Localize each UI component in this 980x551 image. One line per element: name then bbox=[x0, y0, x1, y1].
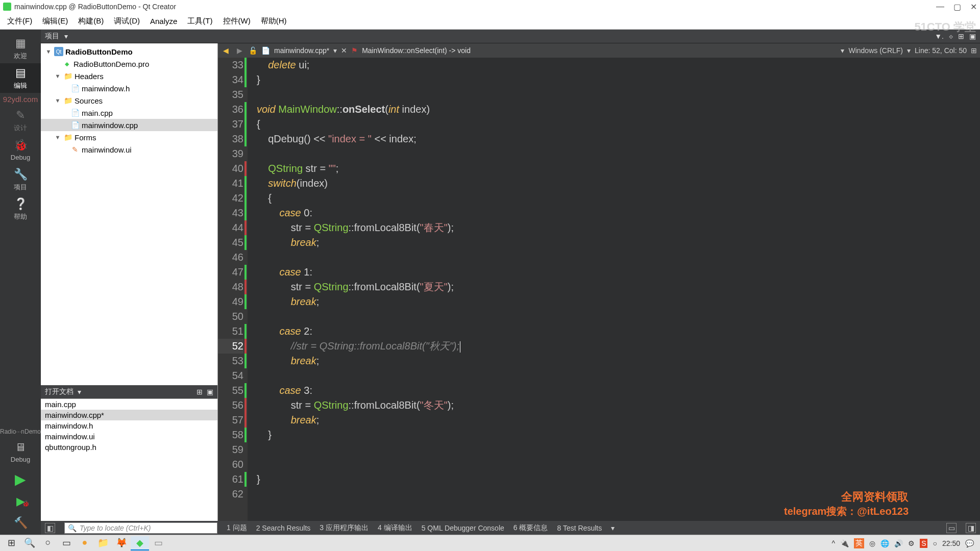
line-gutter[interactable]: 3334353637383940414243444546474849505152… bbox=[218, 58, 248, 521]
mode-help[interactable]: ❔帮助 bbox=[0, 194, 41, 224]
tab-app-output[interactable]: 3 应用程序输出 bbox=[320, 523, 369, 533]
tab-compile-output[interactable]: 4 编译输出 bbox=[378, 523, 412, 533]
tab-test-results[interactable]: 8 Test Results bbox=[557, 524, 602, 532]
tray-expand-icon[interactable]: ^ bbox=[832, 539, 836, 547]
dropdown-icon[interactable]: ▾ bbox=[78, 388, 81, 396]
tray-app-icon[interactable]: ⚙ bbox=[908, 539, 915, 547]
clock[interactable]: 22:50 bbox=[942, 539, 960, 547]
file-dropdown-icon[interactable]: ▾ bbox=[333, 46, 337, 55]
symbol-selector[interactable]: MainWindow::onSelect(int) -> void bbox=[362, 46, 471, 55]
search-icon: 🔍 bbox=[68, 524, 77, 532]
open-docs-title: 打开文档 bbox=[45, 387, 74, 396]
monitor-icon: 🖥 bbox=[15, 441, 26, 454]
menu-file[interactable]: 文件(F) bbox=[4, 15, 35, 28]
mode-edit[interactable]: ▤编辑 bbox=[0, 63, 41, 93]
app-icon[interactable]: ▭ bbox=[149, 536, 167, 550]
minimize-button[interactable]: — bbox=[936, 2, 944, 12]
menu-debug[interactable]: 调试(D) bbox=[111, 15, 143, 28]
split-editor-icon[interactable]: ⊞ bbox=[971, 46, 977, 55]
symbol-dropdown-icon[interactable]: ▾ bbox=[841, 46, 844, 55]
close-pane-icon[interactable]: ▣ bbox=[207, 388, 213, 396]
code-area[interactable]: delete ui;}void MainWindow::onSelect(int… bbox=[248, 58, 980, 521]
open-docs-list[interactable]: main.cpp mainwindow.cpp* mainwindow.h ma… bbox=[41, 398, 217, 521]
progress-icon[interactable]: ▭ bbox=[946, 523, 957, 533]
tab-qml-console[interactable]: 5 QML Debugger Console bbox=[422, 524, 504, 532]
menu-help[interactable]: 帮助(H) bbox=[258, 15, 290, 28]
mode-projects[interactable]: 🔧项目 bbox=[0, 165, 41, 194]
explorer-icon[interactable]: 📁 bbox=[94, 536, 112, 550]
toggle-sidebar-icon[interactable]: ◧ bbox=[45, 523, 55, 533]
qtcreator-taskbar-icon[interactable]: ◆ bbox=[131, 536, 149, 550]
open-doc-item[interactable]: qbuttongroup.h bbox=[41, 442, 217, 453]
tree-sources-folder[interactable]: ▼📁Sources bbox=[41, 94, 217, 107]
watermark-brand: 51CTO 学堂 bbox=[914, 19, 976, 35]
project-pane: ▼QtRadioButtonDemo ◆RadioButtonDemo.pro … bbox=[41, 43, 218, 521]
cortana-icon[interactable]: ○ bbox=[39, 536, 57, 550]
open-doc-item[interactable]: mainwindow.ui bbox=[41, 431, 217, 442]
tree-project-root[interactable]: ▼QtRadioButtonDemo bbox=[41, 45, 217, 58]
menu-analyze[interactable]: Analyze bbox=[147, 15, 180, 27]
menu-tools[interactable]: 工具(T) bbox=[184, 15, 215, 28]
tree-mainwindow-h[interactable]: 📄mainwindow.h bbox=[41, 82, 217, 94]
usb-icon[interactable]: 🔌 bbox=[840, 539, 849, 547]
file-icon: 📄 bbox=[261, 46, 270, 55]
dropdown-icon[interactable]: ▾ bbox=[64, 32, 68, 40]
sogou-icon[interactable]: S bbox=[920, 539, 927, 548]
tree-mainwindow-ui[interactable]: ✎mainwindow.ui bbox=[41, 143, 217, 156]
close-tab-icon[interactable]: ✕ bbox=[341, 46, 347, 55]
locator-input[interactable]: 🔍 Type to locate (Ctrl+K) bbox=[64, 522, 217, 534]
maximize-button[interactable]: ▢ bbox=[953, 2, 961, 12]
search-button[interactable]: 🔍 bbox=[20, 536, 39, 550]
run-debug-button[interactable]: ▶🐞 bbox=[16, 492, 25, 511]
mode-design[interactable]: ✎设计 bbox=[0, 106, 41, 135]
code-editor[interactable]: 3334353637383940414243444546474849505152… bbox=[218, 58, 980, 521]
menu-edit[interactable]: 编辑(E) bbox=[39, 15, 71, 28]
cursor-position[interactable]: Line: 52, Col: 50 bbox=[915, 46, 967, 55]
firefox-icon[interactable]: 🦊 bbox=[112, 536, 131, 550]
dropdown-icon[interactable]: ▾ bbox=[611, 524, 615, 532]
window-title: mainwindow.cpp @ RadioButtonDemo - Qt Cr… bbox=[14, 3, 176, 11]
network-icon[interactable]: 🌐 bbox=[880, 539, 889, 547]
editor-filename[interactable]: mainwindow.cpp* bbox=[274, 46, 329, 55]
kit-config[interactable]: 🖥Debug bbox=[0, 437, 41, 467]
mode-welcome[interactable]: ▦欢迎 bbox=[0, 34, 41, 63]
mode-debug[interactable]: 🐞Debug bbox=[0, 135, 41, 165]
nav-forward-icon[interactable]: ▶ bbox=[235, 46, 244, 55]
encoding-dropdown-icon[interactable]: ▾ bbox=[907, 46, 911, 55]
toggle-right-sidebar-icon[interactable]: ◨ bbox=[966, 523, 976, 533]
tree-main-cpp[interactable]: 📄main.cpp bbox=[41, 107, 217, 119]
project-tree[interactable]: ▼QtRadioButtonDemo ◆RadioButtonDemo.pro … bbox=[41, 43, 217, 385]
kit-selector[interactable]: Radio···nDemo bbox=[0, 426, 43, 437]
grid-icon: ▦ bbox=[15, 37, 26, 50]
tab-issues[interactable]: 1 问题 bbox=[227, 523, 247, 533]
close-button[interactable]: ✕ bbox=[970, 2, 977, 12]
tree-headers-folder[interactable]: ▼📁Headers bbox=[41, 70, 217, 82]
task-view-icon[interactable]: ▭ bbox=[57, 536, 76, 550]
build-button[interactable]: 🔨 bbox=[14, 511, 28, 535]
open-doc-item[interactable]: main.cpp bbox=[41, 399, 217, 410]
tray-app-icon[interactable]: ◎ bbox=[869, 539, 875, 547]
start-button[interactable]: ⊞ bbox=[2, 536, 20, 550]
tab-general[interactable]: 6 概要信息 bbox=[513, 523, 548, 533]
tree-forms-folder[interactable]: ▼📁Forms bbox=[41, 131, 217, 143]
open-doc-item[interactable]: mainwindow.h bbox=[41, 420, 217, 431]
windows-taskbar[interactable]: ⊞ 🔍 ○ ▭ ● 📁 🦊 ◆ ▭ ^ 🔌 英 ◎ 🌐 🔊 ⚙ S ○ 22:5… bbox=[0, 535, 980, 551]
ime-icon[interactable]: 英 bbox=[854, 538, 864, 548]
system-tray[interactable]: ^ 🔌 英 ◎ 🌐 🔊 ⚙ S ○ 22:50 💬 bbox=[832, 538, 978, 548]
nav-back-icon[interactable]: ◀ bbox=[221, 46, 231, 55]
volume-icon[interactable]: 🔊 bbox=[894, 539, 903, 547]
tree-mainwindow-cpp[interactable]: 📄mainwindow.cpp bbox=[41, 119, 217, 131]
lock-icon[interactable]: 🔓 bbox=[249, 46, 257, 55]
notifications-icon[interactable]: 💬 bbox=[965, 539, 974, 547]
split-icon[interactable]: ⊞ bbox=[197, 388, 203, 396]
tray-app-icon[interactable]: ○ bbox=[933, 539, 937, 547]
menu-build[interactable]: 构建(B) bbox=[75, 15, 107, 28]
run-button[interactable]: ▶ bbox=[15, 467, 26, 492]
encoding-label[interactable]: Windows (CRLF) bbox=[848, 46, 903, 55]
menu-widgets[interactable]: 控件(W) bbox=[220, 15, 254, 28]
pencil-icon: ✎ bbox=[16, 109, 25, 122]
chrome-icon[interactable]: ● bbox=[76, 536, 94, 550]
open-doc-item[interactable]: mainwindow.cpp* bbox=[41, 410, 217, 420]
tab-search-results[interactable]: 2 Search Results bbox=[256, 524, 311, 532]
tree-pro-file[interactable]: ◆RadioButtonDemo.pro bbox=[41, 58, 217, 70]
